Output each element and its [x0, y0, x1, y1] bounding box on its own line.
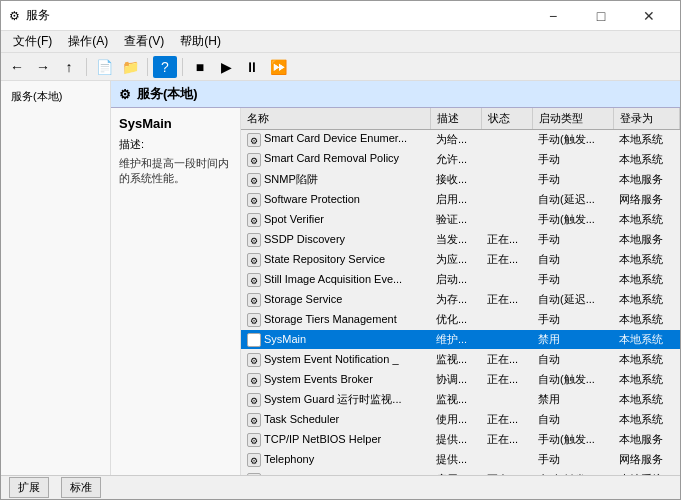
service-logon-cell: 本地服务: [613, 230, 679, 250]
toolbar-help[interactable]: ?: [153, 56, 177, 78]
toolbar-back[interactable]: ←: [5, 56, 29, 78]
maximize-button[interactable]: □: [578, 1, 624, 31]
table-row[interactable]: ⚙State Repository Service为应...正在...自动本地系…: [241, 250, 680, 270]
service-icon: ⚙: [247, 313, 261, 327]
service-name-cell: ⚙Task Scheduler: [241, 410, 430, 430]
table-row[interactable]: ⚙System Event Notification _监视...正在...自动…: [241, 350, 680, 370]
table-row[interactable]: ⚙Smart Card Device Enumer...为给...手动(触发..…: [241, 130, 680, 150]
table-row[interactable]: ⚙System Events Broker协调...正在...自动(触发...本…: [241, 370, 680, 390]
service-desc-cell: 监视...: [430, 350, 481, 370]
service-logon-cell: 本地服务: [613, 430, 679, 450]
service-icon: ⚙: [247, 193, 261, 207]
menu-help[interactable]: 帮助(H): [172, 31, 229, 52]
service-icon: ⚙: [247, 253, 261, 267]
toolbar-separator-1: [86, 58, 87, 76]
service-status-cell: [481, 130, 532, 150]
service-status-cell: 正在...: [481, 410, 532, 430]
toolbar-restart[interactable]: ⏩: [266, 56, 290, 78]
service-name-cell: ⚙Storage Service: [241, 290, 430, 310]
service-desc-cell: 提供...: [430, 430, 481, 450]
col-header-startup[interactable]: 启动类型: [532, 108, 613, 130]
service-desc-cell: 为应...: [430, 250, 481, 270]
service-status-cell: [481, 330, 532, 350]
service-icon: ⚙: [247, 333, 261, 347]
col-header-status[interactable]: 状态: [481, 108, 532, 130]
service-name-cell: ⚙Still Image Acquisition Eve...: [241, 270, 430, 290]
service-name-cell: ⚙Storage Tiers Management: [241, 310, 430, 330]
title-bar-controls: − □ ✕: [530, 1, 672, 31]
standard-button[interactable]: 标准: [61, 477, 101, 498]
service-startup-cell: 手动(触发...: [532, 130, 613, 150]
toolbar: ← → ↑ 📄 📁 ? ■ ▶ ⏸ ⏩: [1, 53, 680, 81]
toolbar-pause[interactable]: ⏸: [240, 56, 264, 78]
status-bar: 扩展 标准: [1, 475, 680, 499]
table-row[interactable]: ⚙TCP/IP NetBIOS Helper提供...正在...手动(触发...…: [241, 430, 680, 450]
col-header-name[interactable]: 名称: [241, 108, 430, 130]
service-logon-cell: 本地系统: [613, 390, 679, 410]
table-row[interactable]: ⚙Software Protection启用...自动(延迟...网络服务: [241, 190, 680, 210]
toolbar-browse[interactable]: 📁: [118, 56, 142, 78]
toolbar-forward[interactable]: →: [31, 56, 55, 78]
table-row[interactable]: ⚙System Guard 运行时监视...监视...禁用本地系统: [241, 390, 680, 410]
toolbar-up[interactable]: ↑: [57, 56, 81, 78]
service-icon: ⚙: [247, 393, 261, 407]
sidebar-item-label: 服务(本地): [11, 90, 62, 102]
service-name-cell: ⚙State Repository Service: [241, 250, 430, 270]
toolbar-play[interactable]: ▶: [214, 56, 238, 78]
table-row[interactable]: ⚙Storage Service为存...正在...自动(延迟...本地系统: [241, 290, 680, 310]
service-status-cell: [481, 390, 532, 410]
service-desc-cell: 验证...: [430, 210, 481, 230]
service-list-area[interactable]: 名称 描述 状态 启动类型 登录为 ⚙Smart Card Device Enu…: [241, 108, 680, 475]
table-row[interactable]: ⚙Spot Verifier验证...手动(触发...本地系统: [241, 210, 680, 230]
service-name-cell: ⚙SNMP陷阱: [241, 170, 430, 190]
service-logon-cell: 本地系统: [613, 410, 679, 430]
title-bar: ⚙ 服务 − □ ✕: [1, 1, 680, 31]
service-logon-cell: 本地系统: [613, 310, 679, 330]
menu-action[interactable]: 操作(A): [60, 31, 116, 52]
menu-view[interactable]: 查看(V): [116, 31, 172, 52]
table-row[interactable]: ⚙Task Scheduler使用...正在...自动本地系统: [241, 410, 680, 430]
service-icon: ⚙: [247, 213, 261, 227]
service-name-cell: ⚙System Events Broker: [241, 370, 430, 390]
service-startup-cell: 自动(触发...: [532, 370, 613, 390]
close-button[interactable]: ✕: [626, 1, 672, 31]
service-status-cell: [481, 450, 532, 470]
table-row[interactable]: ⚙SysMain维护...禁用本地系统: [241, 330, 680, 350]
service-desc-cell: 监视...: [430, 390, 481, 410]
service-desc-cell: 维护...: [430, 330, 481, 350]
toolbar-stop[interactable]: ■: [188, 56, 212, 78]
col-header-logon[interactable]: 登录为: [613, 108, 679, 130]
service-icon: ⚙: [247, 353, 261, 367]
service-name-cell: ⚙Telephony: [241, 450, 430, 470]
table-row[interactable]: ⚙Telephony提供...手动网络服务: [241, 450, 680, 470]
expand-button[interactable]: 扩展: [9, 477, 49, 498]
table-row[interactable]: ⚙SSDP Discovery当发...正在...手动本地服务: [241, 230, 680, 250]
toolbar-show-hide[interactable]: 📄: [92, 56, 116, 78]
service-startup-cell: 手动: [532, 170, 613, 190]
service-icon: ⚙: [247, 293, 261, 307]
table-row[interactable]: ⚙Storage Tiers Management优化...手动本地系统: [241, 310, 680, 330]
service-status-cell: [481, 310, 532, 330]
service-desc-cell: 提供...: [430, 450, 481, 470]
table-row[interactable]: ⚙SNMP陷阱接收...手动本地服务: [241, 170, 680, 190]
service-logon-cell: 本地系统: [613, 350, 679, 370]
service-status-cell: 正在...: [481, 290, 532, 310]
sidebar: 服务(本地): [1, 81, 111, 475]
table-row[interactable]: ⚙Still Image Acquisition Eve...启动...手动本地…: [241, 270, 680, 290]
menu-file[interactable]: 文件(F): [5, 31, 60, 52]
service-startup-cell: 自动: [532, 410, 613, 430]
service-name-cell: ⚙Smart Card Removal Policy: [241, 150, 430, 170]
table-row[interactable]: ⚙Smart Card Removal Policy允许...手动本地系统: [241, 150, 680, 170]
gear-icon: ⚙: [119, 87, 131, 102]
service-icon: ⚙: [247, 173, 261, 187]
service-icon: ⚙: [247, 413, 261, 427]
service-icon: ⚙: [247, 153, 261, 167]
sidebar-item-services[interactable]: 服务(本地): [5, 85, 106, 108]
service-logon-cell: 本地系统: [613, 210, 679, 230]
col-header-desc[interactable]: 描述: [430, 108, 481, 130]
service-logon-cell: 本地系统: [613, 330, 679, 350]
service-name-cell: ⚙Software Protection: [241, 190, 430, 210]
service-icon: ⚙: [247, 373, 261, 387]
minimize-button[interactable]: −: [530, 1, 576, 31]
service-status-cell: 正在...: [481, 430, 532, 450]
